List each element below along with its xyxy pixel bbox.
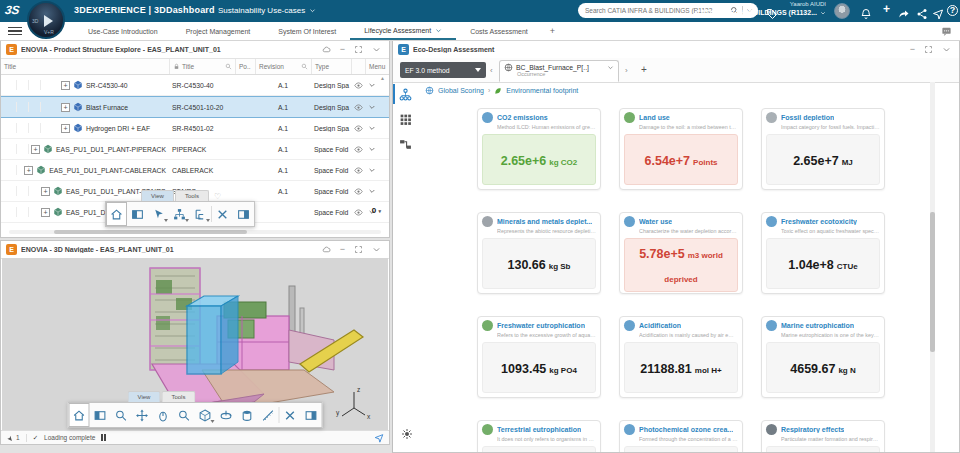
cloud-icon[interactable] — [322, 45, 331, 54]
expand-node-icon[interactable]: + — [31, 145, 40, 154]
notifications-bell-icon[interactable] — [860, 4, 872, 22]
cloud-icon[interactable] — [322, 245, 331, 254]
breadcrumb-environmental-footprint[interactable]: Environmental footprint — [506, 87, 578, 94]
prev-tab-arrow[interactable]: ‹ — [490, 66, 493, 75]
forward-share-icon[interactable] — [898, 4, 910, 22]
row-menu-chevron-icon[interactable] — [365, 81, 387, 89]
favorite-heart-icon[interactable]: ♡ — [214, 192, 221, 201]
table-row[interactable]: +SR-C4530-40 SR-C4530-40 A.1 Design Spa — [1, 75, 389, 96]
toolbar-tab-tools[interactable]: Tools — [161, 391, 195, 402]
add-document-tab-button[interactable]: + — [641, 64, 647, 75]
table-row-selected[interactable]: +Blast Furnace SR-C4501-10-20 A.1 Design… — [1, 96, 389, 118]
zoom-area-button[interactable] — [174, 403, 195, 427]
table-scroll-up-icon[interactable]: ▲ — [380, 75, 385, 81]
hierarchy-view-icon[interactable] — [399, 87, 412, 105]
tab-chevron-icon[interactable] — [607, 64, 614, 71]
expand-node-icon[interactable]: + — [61, 103, 70, 112]
impact-card-land-use[interactable]: Land use Damage to the soil: a mixed bet… — [619, 108, 743, 190]
tree-view-button[interactable] — [190, 202, 211, 226]
panel-menu-chevron-icon[interactable] — [372, 45, 381, 54]
expand-node-icon[interactable]: + — [41, 208, 50, 217]
panel-left-button[interactable] — [90, 403, 111, 427]
row-menu-chevron-icon[interactable] — [365, 124, 387, 132]
minimize-icon[interactable]: − — [910, 45, 915, 54]
tab-costs-assessment[interactable]: Costs Assessment — [456, 22, 542, 40]
eco-vertical-scrollbar[interactable] — [930, 82, 935, 452]
tab-system-of-interest[interactable]: System Of Interest — [264, 22, 350, 40]
expand-node-icon[interactable]: + — [61, 124, 70, 133]
help-icon[interactable]: ? — [947, 5, 958, 16]
select-cursor-button[interactable] — [148, 202, 169, 226]
3dexperience-compass[interactable]: 3D V+R — [27, 1, 65, 39]
impact-card-water-use[interactable]: Water use Characterize the water depleti… — [619, 212, 743, 294]
impact-card-freshwater-ecotoxicity[interactable]: Freshwater ecotoxicity Toxic effect on a… — [761, 212, 885, 294]
next-tab-arrow[interactable]: › — [625, 66, 628, 75]
maximize-icon[interactable] — [354, 45, 363, 54]
tab-project-management[interactable]: Project Management — [172, 22, 265, 40]
impact-card-photochemical-ozone-creation[interactable]: Photochemical ozone crea... Formed throu… — [619, 420, 743, 452]
processing-sun-icon[interactable] — [401, 426, 413, 444]
flow-view-icon[interactable] — [399, 137, 412, 155]
horizontal-scrollbar[interactable] — [9, 230, 381, 234]
home-view-button[interactable] — [69, 403, 90, 427]
panel-menu-chevron-icon[interactable] — [372, 245, 381, 254]
row-menu-chevron-icon[interactable] — [365, 103, 387, 111]
avatar[interactable] — [834, 3, 850, 19]
rotate-mouse-button[interactable] — [153, 403, 174, 427]
iso-view-cube-button[interactable] — [195, 403, 216, 427]
panel-right-button[interactable] — [301, 403, 322, 427]
visibility-eye-icon[interactable] — [351, 208, 365, 217]
row-menu-chevron-icon[interactable] — [365, 187, 387, 195]
user-block[interactable]: Yaarob AIUDI CATIA INFRA & BUILDINGS (R1… — [696, 1, 826, 17]
close-toolbar-button[interactable] — [280, 403, 301, 427]
toolbar-tab-tools[interactable]: Tools — [175, 190, 209, 201]
minimize-icon[interactable]: − — [340, 45, 345, 54]
expand-node-icon[interactable]: + — [24, 166, 33, 175]
visibility-eye-icon[interactable] — [351, 145, 365, 154]
visibility-eye-icon[interactable] — [351, 103, 365, 112]
table-row[interactable]: +Hydrogen DRI + EAF SR-R4501-02 A.1 Desi… — [1, 118, 389, 139]
fly-mode-icon[interactable] — [374, 433, 384, 443]
visibility-eye-icon[interactable] — [351, 166, 365, 175]
impact-card-fossil-depletion[interactable]: Fossil depletion Impact category for fos… — [761, 108, 885, 190]
comments-icon[interactable] — [941, 26, 952, 37]
add-tab-button[interactable]: + — [542, 26, 563, 36]
impact-card-minerals-metals-depletion[interactable]: Minerals and metals deplet... Represents… — [477, 212, 601, 294]
row-menu-chevron-icon[interactable] — [365, 145, 387, 153]
close-toolbar-button[interactable] — [212, 202, 233, 226]
expand-node-icon[interactable]: + — [41, 187, 50, 196]
dashboard-name-menu[interactable]: Sustainability Use-cases — [218, 6, 316, 15]
turntable-button[interactable] — [216, 403, 237, 427]
structure-network-button[interactable] — [169, 202, 190, 226]
tab-lifecycle-assessment[interactable]: Lifecycle Assessment — [350, 22, 456, 40]
row-menu-chevron-icon[interactable] — [365, 166, 387, 174]
zoom-button[interactable] — [111, 403, 132, 427]
visibility-eye-icon[interactable] — [351, 81, 365, 90]
impact-card-co2-emissions[interactable]: CO2 emissions Method ILCD: Human emissio… — [477, 108, 601, 190]
minimize-icon[interactable]: − — [340, 245, 345, 254]
add-content-icon[interactable]: + — [883, 2, 890, 16]
home-view-button[interactable] — [106, 202, 127, 226]
table-row[interactable]: +EAS_PU1_DU1_PLANT-PIPERACK PIPERACK A.1… — [1, 139, 389, 160]
maximize-icon[interactable] — [354, 245, 363, 254]
filter-search-icon[interactable] — [225, 63, 232, 70]
visibility-eye-icon[interactable] — [351, 187, 365, 196]
pause-loading-icon[interactable] — [101, 434, 106, 441]
share-icon[interactable] — [916, 4, 928, 22]
3dswym-plane-icon[interactable] — [932, 4, 944, 22]
panel-menu-chevron-icon[interactable] — [942, 45, 951, 54]
tab-use-case-introduction[interactable]: Use-Case Introduction — [74, 22, 172, 40]
expand-node-icon[interactable]: + — [61, 81, 70, 90]
database-button[interactable] — [237, 403, 258, 427]
breadcrumb-global-scoring[interactable]: Global Scoring — [438, 87, 484, 94]
toolbar-tab-view[interactable]: View — [141, 190, 174, 201]
table-row[interactable]: +EAS_PU1_DU1_PLANT-CABLERACK CABLERACK A… — [1, 160, 389, 181]
impact-card-freshwater-eutrophication[interactable]: Freshwater eutrophication Refers to the … — [477, 316, 601, 398]
impact-card-acidification[interactable]: Acidification Acidification is mainly ca… — [619, 316, 743, 398]
visibility-eye-icon[interactable] — [351, 124, 365, 133]
panel-right-button[interactable] — [233, 202, 254, 226]
grid-view-icon[interactable] — [399, 112, 412, 130]
pan-button[interactable] — [132, 403, 153, 427]
document-tab[interactable]: BC_Blast_Furnace_P[..] Occurrence — [499, 60, 619, 82]
impact-card-terrestrial-eutrophication[interactable]: Terrestrial eutrophication It does not o… — [477, 420, 601, 452]
